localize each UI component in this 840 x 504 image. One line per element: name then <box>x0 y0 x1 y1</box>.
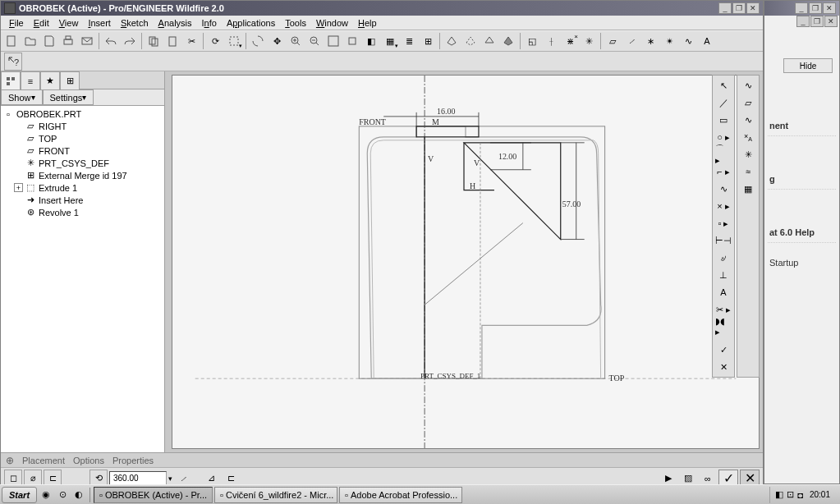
tree-tab-layer[interactable]: ≡ <box>21 71 40 89</box>
bg-doc-minimize[interactable]: _ <box>796 16 810 27</box>
menu-sketch[interactable]: Sketch <box>116 18 154 28</box>
saved-view-button[interactable]: ▦▾ <box>381 32 399 50</box>
trim-tool[interactable]: ✂ ▸ <box>714 301 732 318</box>
taskbar-item-0[interactable]: ▫OBROBEK (Active) - Pr... <box>94 487 213 503</box>
menu-edit[interactable]: Edit <box>29 18 54 28</box>
bg-doc-close[interactable]: ✕ <box>824 16 838 27</box>
menu-window[interactable]: Window <box>311 18 353 28</box>
centerline-tool[interactable]: ∿ <box>739 77 757 94</box>
angle-input[interactable] <box>109 471 167 486</box>
palette-tool[interactable]: ▦ <box>739 181 757 197</box>
annotation-button[interactable]: A <box>698 32 716 50</box>
menu-file[interactable]: File <box>4 18 29 28</box>
sketch-point-button[interactable]: ∗ <box>641 32 659 50</box>
tree-item-front[interactable]: ▱FRONT <box>2 144 163 157</box>
point-tool[interactable]: × ▸ <box>714 198 732 214</box>
zoom-in-button[interactable] <box>287 32 305 50</box>
use-edge-tool[interactable]: ▫ ▸ <box>714 215 732 231</box>
zoom-out-button[interactable] <box>305 32 324 50</box>
dimension-12[interactable]: 12.00 <box>498 152 516 161</box>
rectangle-tool[interactable]: ▭ <box>714 112 732 128</box>
layers-button[interactable]: ≣ <box>400 32 418 50</box>
datum-csys-button[interactable]: ✳ <box>580 32 598 50</box>
text-tool[interactable]: A <box>714 284 732 300</box>
email-button[interactable] <box>78 32 96 50</box>
undo-button[interactable] <box>102 32 120 50</box>
cut-button[interactable]: ✂ <box>182 32 200 50</box>
tab-options[interactable]: Options <box>73 456 104 465</box>
line-tool[interactable]: ／ <box>714 94 732 111</box>
dimension-tool[interactable]: ⊢⊣ <box>714 232 732 249</box>
bg-item-2[interactable]: at 6.0 Help <box>768 222 836 243</box>
paste-button[interactable] <box>163 32 181 50</box>
menu-tools[interactable]: Tools <box>280 18 311 28</box>
spin-button[interactable] <box>249 32 267 50</box>
tree-item-revolve-1[interactable]: ⊛Revolve 1 <box>2 206 163 218</box>
tree-item-insert-here[interactable]: ➜Insert Here <box>2 194 163 206</box>
zoom-fit-button[interactable] <box>324 32 342 50</box>
tree-item-prt-csys-def[interactable]: ✳PRT_CSYS_DEF <box>2 157 163 169</box>
bg-doc-restore[interactable]: ❐ <box>810 16 824 27</box>
fillet-tool[interactable]: ⌐ ▸ <box>714 163 732 180</box>
open-button[interactable] <box>21 32 39 50</box>
tree-tab-other[interactable]: ⊞ <box>60 71 80 89</box>
pan-button[interactable]: ✥ <box>268 32 286 50</box>
whats-this-button[interactable]: ? <box>4 53 22 71</box>
datum-point-button[interactable]: ⋇× <box>561 32 579 50</box>
tree-tab-fav[interactable]: ★ <box>40 71 60 89</box>
tray-icon-3[interactable]: ◘ <box>797 490 803 500</box>
select-tool[interactable]: ↖ <box>714 77 732 94</box>
model-tree[interactable]: ▫OBROBEK.PRT ▱RIGHT▱TOP▱FRONT✳PRT_CSYS_D… <box>1 106 164 452</box>
tree-root[interactable]: ▫OBROBEK.PRT <box>2 108 163 120</box>
bg-item-3[interactable]: Startup <box>768 253 836 273</box>
menu-analysis[interactable]: Analysis <box>154 18 197 28</box>
bg-minimize-button[interactable]: _ <box>795 2 808 14</box>
bg-item-1[interactable]: g <box>768 169 836 190</box>
tray-icon-2[interactable]: ⊡ <box>787 489 794 500</box>
quick-launch-2[interactable]: ⊙ <box>55 486 70 504</box>
construction-tool[interactable]: ∿ <box>739 112 757 128</box>
new-button[interactable] <box>2 32 21 50</box>
close-button[interactable]: ✕ <box>746 2 760 14</box>
sketch-curve-button[interactable]: ∿ <box>679 32 697 50</box>
tree-item-top[interactable]: ▱TOP <box>2 132 163 144</box>
offset-tool[interactable]: ≈ <box>739 163 757 180</box>
menu-insert[interactable]: Insert <box>83 18 116 28</box>
tab-placement[interactable]: Placement <box>22 456 65 465</box>
bg-close-button[interactable]: ✕ <box>823 2 836 14</box>
tree-show-button[interactable]: Show ▾ <box>1 89 43 105</box>
drawing-canvas[interactable]: 16.00 12.00 57.00 FRONT TOP PRT_CSYS_DEF… <box>172 75 760 449</box>
shaded-button[interactable] <box>499 32 517 50</box>
arc-tool[interactable]: ⌒ ▸ <box>714 146 732 163</box>
restore-button[interactable]: ❐ <box>732 2 746 14</box>
taskbar-item-1[interactable]: ▫Cvičení 6_wildfire2 - Micr... <box>214 487 337 503</box>
print-button[interactable] <box>59 32 77 50</box>
menu-info[interactable]: Info <box>197 18 222 28</box>
mirror-tool[interactable]: ◗◖ ▸ <box>714 318 732 335</box>
menu-view[interactable]: View <box>54 18 84 28</box>
datum-plane-button[interactable]: ◱ <box>523 32 541 50</box>
bg-restore-button[interactable]: ❐ <box>809 2 822 14</box>
sketch-csys-button[interactable]: ✴ <box>660 32 678 50</box>
sketch-plane-button[interactable]: ▱ <box>604 32 622 50</box>
done-tool[interactable]: ✓ <box>714 341 732 358</box>
orient-button[interactable]: ◧ <box>362 32 380 50</box>
tree-item-external-merge-id-197[interactable]: ⊞External Merge id 197 <box>2 169 163 181</box>
quit-tool[interactable]: ✕ <box>714 359 732 375</box>
copy-button[interactable] <box>145 32 163 50</box>
tray-icon-1[interactable]: ◧ <box>775 489 783 500</box>
redo-button[interactable] <box>121 32 139 50</box>
modify-tool[interactable]: ৶ <box>714 250 732 266</box>
regen-button[interactable]: ⟳ <box>206 32 224 50</box>
taskbar-item-2[interactable]: ▫Adobe Acrobat Professio... <box>339 487 462 503</box>
save-button[interactable] <box>40 32 58 50</box>
dimension-16[interactable]: 16.00 <box>437 107 455 116</box>
quick-launch-3[interactable]: ◐ <box>71 486 86 504</box>
parallelogram-tool[interactable]: ▱ <box>739 94 757 111</box>
coord-sys-tool[interactable]: ✳ <box>739 146 757 163</box>
axis-point-tool[interactable]: ×A <box>739 129 757 145</box>
minimize-button[interactable]: _ <box>718 2 732 14</box>
start-button[interactable]: Start <box>2 487 37 503</box>
select-box-button[interactable]: ▾ <box>225 32 243 50</box>
quick-launch-1[interactable]: ◉ <box>39 486 53 504</box>
